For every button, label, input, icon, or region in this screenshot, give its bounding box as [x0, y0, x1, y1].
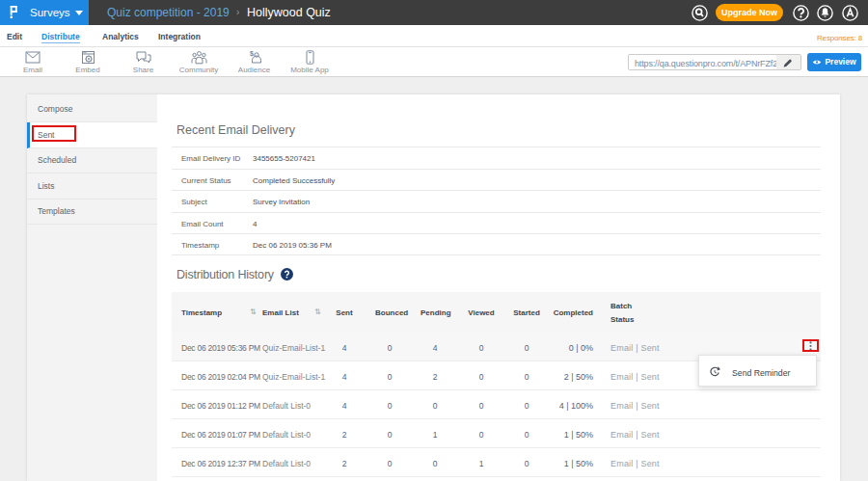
svg-text:$: $ — [250, 50, 254, 58]
